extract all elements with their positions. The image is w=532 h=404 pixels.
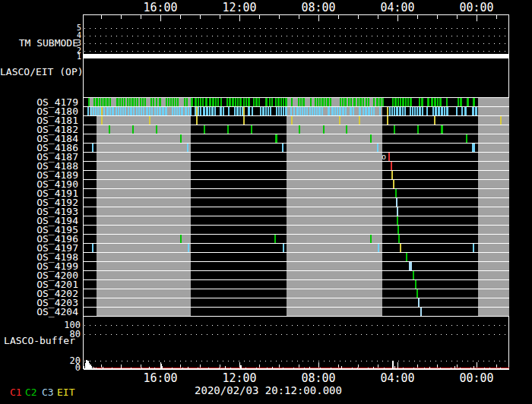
image-tick [243,107,245,115]
observing-window-block [97,262,191,270]
image-bar [312,107,313,115]
buffer-spike [112,368,112,369]
observing-window-block [478,125,509,134]
tm-submode-value-bar [84,54,509,58]
x-axis-label-top: 12:00 [214,1,264,14]
image-bar [255,98,258,106]
image-bar [157,107,158,115]
image-tick [434,116,435,125]
image-bar [342,107,344,115]
image-tick [416,289,418,298]
observing-window-block [97,144,191,152]
image-bar [109,107,111,115]
tm-submode-gridline [84,43,508,44]
image-bar [304,107,306,115]
buffer-spike [256,368,257,370]
image-bar [112,107,114,115]
image-bar [302,98,305,106]
observing-window-block [287,289,382,298]
observing-window-block [287,207,382,216]
image-tick [397,216,398,225]
image-tick [196,107,198,115]
observing-window-block [478,308,509,316]
image-bar [122,98,123,106]
buffer-spike [403,368,404,369]
image-bar [185,107,187,115]
observing-window-block [287,308,382,316]
image-bar [127,98,128,106]
image-bar [363,107,364,115]
image-bar [314,107,315,115]
image-bar [473,98,475,106]
buffer-spike [177,368,178,370]
image-bar [438,107,440,115]
observing-window-block [287,144,382,152]
image-bar [220,107,222,115]
image-tick [339,116,340,125]
image-bar [253,98,255,106]
image-bar [319,98,321,106]
image-bar [186,98,188,106]
image-bar [103,98,106,106]
image-tick [180,134,182,143]
image-bar [345,107,347,115]
buffer-gridline [84,325,508,326]
buffer-spike [98,368,99,370]
image-bar [330,98,331,106]
image-bar [252,107,253,115]
image-bar [223,107,224,115]
image-bar [350,98,352,106]
image-bar [291,98,293,106]
image-tick [391,171,393,179]
image-tick [187,144,188,152]
image-bar [293,107,295,115]
image-bar [285,107,287,115]
image-tick [188,244,189,252]
observing-window-block [478,280,509,289]
image-bar [162,107,164,115]
image-bar [188,107,189,115]
buffer-spike [245,368,246,369]
observing-window-block [478,162,509,170]
image-bar [154,107,156,115]
x-axis-label-top: 00:00 [451,1,502,14]
observing-window-block [478,134,509,143]
image-bar [460,98,462,106]
x-axis-tick-top [338,15,339,19]
buffer-spike [230,368,231,369]
image-bar [306,107,308,115]
image-bar [414,107,416,115]
x-axis-tick-top [437,15,438,19]
image-bar [87,107,89,115]
buffer-spike [94,368,95,370]
buffer-spike [445,368,446,370]
image-bar [133,107,135,115]
image-bar [340,98,341,106]
buffer-spike [315,368,315,370]
image-bar [109,98,111,106]
observing-window-block [478,262,509,270]
image-bar [299,107,301,115]
image-bar [125,107,126,115]
marker-char: o [382,153,388,161]
image-bar [209,107,211,115]
image-bar [106,107,109,115]
x-axis-tick-top [180,15,181,19]
image-bar [99,98,100,106]
x-axis-tick-top [279,15,280,19]
image-bar [391,107,393,115]
image-bar [437,98,439,106]
image-bar [357,98,359,106]
image-bar [296,107,299,115]
image-bar [103,107,105,115]
buffer-spike [240,365,242,370]
image-bar [431,98,433,106]
buffer-spike [203,368,204,370]
image-bar [410,98,412,106]
image-bar [396,107,398,115]
image-bar [405,98,407,106]
image-bar [116,107,117,115]
image-bar [173,98,174,106]
image-bar [280,107,282,115]
image-tick [251,125,252,134]
